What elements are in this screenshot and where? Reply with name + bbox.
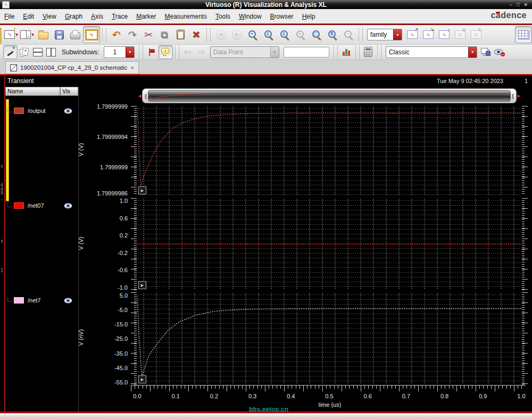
visibility-eye-icon[interactable]: [64, 203, 72, 209]
magnifier-plus-icon: [248, 30, 258, 40]
new-subwindow-button[interactable]: ▾: [19, 27, 35, 43]
new-window-button[interactable]: ∿▾: [3, 27, 19, 43]
dropdown-arrow-icon[interactable]: ▾: [393, 29, 402, 40]
magnifier-minus-icon: [344, 30, 354, 40]
paste-button[interactable]: [172, 27, 188, 43]
thumb-right-handle[interactable]: ∥: [511, 90, 515, 102]
y-axis-label: V (V): [78, 128, 84, 171]
graph-area: Transient Tue May 9 02:45:20 2023 1 Name…: [0, 76, 532, 412]
tab-type-icon: [10, 64, 17, 71]
y-axis-ruler-right: [522, 292, 529, 384]
signal-row[interactable]: /net7: [6, 296, 78, 305]
left-arrow-icon: ⇐: [184, 47, 192, 57]
plot-net07[interactable]: ▶: [137, 198, 521, 290]
cards-button[interactable]: [18, 46, 31, 59]
zoom-y-button[interactable]: [325, 27, 340, 43]
style-combo[interactable]: Classic▾: [386, 46, 477, 58]
open-button[interactable]: [35, 27, 51, 43]
zoom-fit-box-button[interactable]: [309, 27, 325, 43]
scrollbar-thumb[interactable]: ∥ ∥: [142, 88, 517, 103]
toolbar-separator: [334, 45, 338, 59]
menu-window[interactable]: Window: [235, 11, 266, 22]
calculator-button[interactable]: [362, 46, 375, 59]
layout-horizontal-button[interactable]: [31, 46, 44, 59]
histogram-button[interactable]: [340, 46, 353, 59]
annotation-button[interactable]: [159, 45, 173, 59]
signal-row[interactable]: /net07: [6, 201, 78, 210]
cut-button[interactable]: ✂: [140, 27, 156, 43]
export-image-button[interactable]: ∿: [83, 26, 100, 43]
layout-vertical-button[interactable]: [44, 46, 57, 59]
fit-y-button[interactable]: ∿: [436, 27, 452, 43]
x-tick-label: 0.9: [473, 393, 493, 399]
y-tick-label: 1.0: [89, 198, 128, 204]
info-bubble-icon: [161, 48, 170, 56]
menu-trace[interactable]: Trace: [107, 11, 132, 22]
column-header-vis[interactable]: Vis: [60, 87, 78, 96]
menu-help[interactable]: Help: [298, 11, 320, 22]
menu-tools[interactable]: Tools: [211, 11, 235, 22]
scroll-left-icon[interactable]: ◀: [137, 93, 142, 99]
waveform-trace: [137, 106, 521, 195]
menu-browser[interactable]: Browser: [266, 11, 298, 22]
strip-play-button[interactable]: ▶: [138, 186, 146, 194]
strip-play-button[interactable]: ▶: [138, 375, 146, 383]
value-field[interactable]: [284, 47, 329, 58]
waveform-plus-icon: ∿: [455, 30, 466, 39]
flag-button[interactable]: [145, 46, 159, 59]
tab-close-icon[interactable]: ×: [130, 64, 134, 71]
print-button[interactable]: [67, 27, 83, 43]
table-view-button[interactable]: [515, 26, 532, 43]
y-tick-label: 1.79999994: [89, 134, 128, 140]
dropdown-arrow-icon[interactable]: ▾: [126, 47, 134, 58]
magnifier-2-icon: [264, 30, 274, 40]
red-flag-icon: [148, 48, 155, 56]
menu-measurements[interactable]: Measurements: [161, 11, 211, 22]
graph-timestamp: Tue May 9 02:45:20 2023: [437, 78, 503, 84]
dropdown-arrow-icon[interactable]: ▾: [15, 32, 18, 37]
tree-branch-icon: [7, 297, 12, 302]
minimize-button[interactable]: –: [510, 2, 512, 7]
dropdown-arrow-icon[interactable]: ▾: [468, 47, 477, 58]
column-header-name[interactable]: Name: [5, 87, 60, 96]
previous-view-button: ◀: [213, 27, 229, 43]
y-axis-ruler: [130, 292, 137, 384]
maximize-button[interactable]: □: [517, 2, 519, 7]
dropdown-arrow-icon[interactable]: ▾: [31, 32, 34, 37]
delete-button[interactable]: ✖: [188, 27, 204, 43]
menu-axis[interactable]: Axis: [87, 11, 107, 22]
zoom-in-x2-button[interactable]: [261, 27, 277, 43]
subwindows-combo[interactable]: 1▾: [104, 46, 135, 58]
thumb-left-handle[interactable]: ∥: [144, 90, 148, 102]
fit-xy-button[interactable]: ∿: [420, 27, 436, 43]
hide-trace-button[interactable]: [493, 46, 506, 59]
plot-net7[interactable]: ▶: [137, 292, 521, 384]
save-windows-button[interactable]: [479, 46, 493, 59]
menu-graph[interactable]: Graph: [61, 11, 87, 22]
undo-button[interactable]: ↶: [109, 27, 124, 43]
menu-marker[interactable]: Marker: [132, 11, 160, 22]
zoom-in-button[interactable]: [245, 27, 261, 43]
y-tick-label: -45.0: [89, 365, 128, 371]
wand-button[interactable]: [3, 45, 18, 59]
fit-button[interactable]: ∿: [404, 27, 420, 43]
x-tick-label: 0.5: [320, 393, 339, 399]
y-tick-label: 5.0: [89, 292, 128, 299]
tab-schematic[interactable]: 1900201004_CP cp_4_29_0 schematic ×: [5, 61, 139, 74]
family-combo[interactable]: family▾: [367, 29, 402, 40]
save-button[interactable]: [51, 27, 67, 43]
strip-play-button[interactable]: ▶: [138, 281, 146, 289]
overview-scrollbar[interactable]: ◀ ∥ ∥ ▶: [137, 87, 521, 104]
menu-view[interactable]: View: [38, 11, 61, 22]
menu-edit[interactable]: Edit: [19, 11, 38, 22]
menu-file[interactable]: File: [0, 11, 19, 22]
visibility-eye-icon[interactable]: [64, 108, 72, 114]
close-button[interactable]: ✕: [523, 2, 528, 7]
framed-waveform-icon: ∿: [85, 29, 98, 40]
signal-row[interactable]: /output: [6, 106, 78, 115]
visibility-eye-icon[interactable]: [64, 298, 72, 304]
plot-output[interactable]: ▶: [137, 106, 521, 195]
scroll-right-icon[interactable]: ▶: [517, 93, 521, 99]
zoom-out-x2-button[interactable]: [277, 27, 293, 43]
y-tick-label: -55.0: [89, 379, 128, 386]
